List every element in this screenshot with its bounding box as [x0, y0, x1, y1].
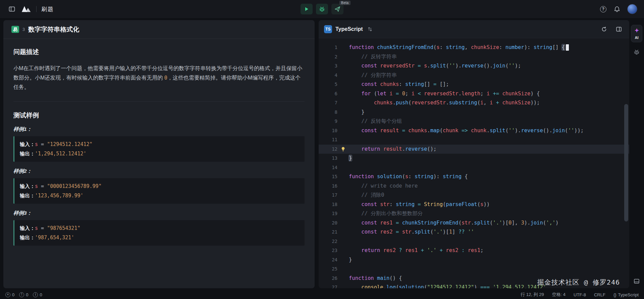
- run-button[interactable]: [301, 4, 313, 14]
- submit-button[interactable]: Beta: [331, 4, 343, 14]
- sample-row: 输出：'1,294,512.12412': [20, 149, 299, 158]
- code-line-11[interactable]: 11: [319, 135, 629, 145]
- lightbulb-icon[interactable]: [337, 145, 349, 154]
- gutter: [337, 218, 349, 228]
- gutter: [337, 283, 349, 288]
- code-line-1[interactable]: 1function chunkStringFromEnd(s: string, …: [319, 43, 629, 52]
- gutter: [337, 274, 349, 283]
- code-line-21[interactable]: 21 const res2 = str.split('.')[1] ?? '': [319, 228, 629, 237]
- error-icon: ×: [5, 292, 10, 297]
- code-line-16[interactable]: 16 // write code here: [319, 182, 629, 191]
- code-line-18[interactable]: 18 const str: string = String(parseFloat…: [319, 200, 629, 209]
- cursor-position[interactable]: 行 12, 列 29: [521, 292, 544, 298]
- line-number[interactable]: 5: [319, 80, 337, 89]
- section-heading-samples: 测试样例: [13, 111, 305, 120]
- line-ending-setting[interactable]: CRLF: [594, 292, 605, 297]
- sample-block-3: 输入：s = "987654321"输出：'987,654,321': [13, 220, 305, 246]
- sample-row: 输入：s = "987654321": [20, 223, 299, 233]
- gutter: [337, 237, 349, 246]
- problem-panel: 易 3 数字字符串格式化 问题描述 小M在工作时遇到了一个问题，他需要将用户输入…: [3, 20, 315, 288]
- line-number[interactable]: 17: [319, 191, 337, 200]
- gutter: [337, 108, 349, 117]
- code-line-25[interactable]: 25: [319, 264, 629, 274]
- sample-block-1: 输入：s = "1294512.12412"输出：'1,294,512.1241…: [13, 136, 305, 162]
- line-number[interactable]: 26: [319, 274, 337, 283]
- warning-counter[interactable]: ! 0: [19, 292, 28, 297]
- line-number[interactable]: 20: [319, 218, 337, 228]
- line-number[interactable]: 8: [319, 108, 337, 117]
- debug-rail-icon[interactable]: [632, 47, 642, 57]
- line-number[interactable]: 13: [319, 154, 337, 163]
- gutter: [337, 61, 349, 71]
- layout-split-icon[interactable]: [614, 24, 624, 34]
- line-number[interactable]: 27: [319, 283, 337, 288]
- line-number[interactable]: 16: [319, 182, 337, 191]
- code-line-9[interactable]: 9 // 反转每个分组: [319, 117, 629, 126]
- inline-code: 0: [164, 75, 167, 81]
- gutter: [337, 43, 349, 52]
- switch-language-icon[interactable]: [366, 26, 374, 33]
- code-line-14[interactable]: 14: [319, 163, 629, 172]
- code-line-17[interactable]: 17 // 消除0: [319, 191, 629, 200]
- line-number[interactable]: 24: [319, 255, 337, 265]
- line-number[interactable]: 10: [319, 126, 337, 136]
- code-line-23[interactable]: 23 return res2 ? res1 + '.' + res2 : res…: [319, 246, 629, 255]
- app-logo[interactable]: [21, 4, 32, 14]
- editor-scrollbar[interactable]: [624, 60, 628, 286]
- reset-code-icon[interactable]: [599, 24, 609, 34]
- line-number[interactable]: 1: [319, 43, 337, 52]
- indentation-setting[interactable]: 空格: 4: [552, 292, 566, 298]
- sample-row-label: 输入：: [20, 225, 35, 231]
- code-line-7[interactable]: 7 chunks.push(reversedStr.substring(i, i…: [319, 98, 629, 108]
- code-line-19[interactable]: 19 // 分割出小数和整数部分: [319, 209, 629, 218]
- ai-assistant-button[interactable]: AI: [631, 25, 642, 42]
- sidebar-toggle-icon[interactable]: [7, 4, 17, 14]
- code-line-13[interactable]: 13}: [319, 154, 629, 163]
- code-line-2[interactable]: 2 // 反转字符串: [319, 52, 629, 62]
- line-number[interactable]: 21: [319, 228, 337, 237]
- help-icon[interactable]: ?: [600, 6, 606, 12]
- info-counter[interactable]: i 0: [33, 292, 42, 297]
- code-line-4[interactable]: 4 // 分割字符串: [319, 71, 629, 80]
- code-text: function main() {: [349, 274, 402, 283]
- code-line-22[interactable]: 22: [319, 237, 629, 246]
- debug-test-button[interactable]: [316, 4, 328, 14]
- notifications-icon[interactable]: [612, 4, 622, 14]
- line-number[interactable]: 7: [319, 98, 337, 108]
- line-number[interactable]: 3: [319, 61, 337, 71]
- code-line-5[interactable]: 5 const chunks: string[] = [];: [319, 80, 629, 89]
- info-icon: i: [33, 292, 38, 297]
- user-avatar[interactable]: [627, 4, 637, 14]
- line-number[interactable]: 25: [319, 264, 337, 274]
- line-number[interactable]: 18: [319, 200, 337, 209]
- line-number[interactable]: 12: [319, 145, 337, 154]
- code-line-24[interactable]: 24}: [319, 255, 629, 265]
- line-number[interactable]: 19: [319, 209, 337, 218]
- line-number[interactable]: 2: [319, 52, 337, 62]
- line-number[interactable]: 9: [319, 117, 337, 126]
- code-line-3[interactable]: 3 const reversedStr = s.split('').revers…: [319, 61, 629, 71]
- code-line-10[interactable]: 10 const result = chunks.map(chunk => ch…: [319, 126, 629, 136]
- encoding-setting[interactable]: UTF-8: [574, 292, 586, 297]
- line-number[interactable]: 14: [319, 163, 337, 172]
- code-editor[interactable]: 1function chunkStringFromEnd(s: string, …: [319, 38, 629, 288]
- line-number[interactable]: 11: [319, 135, 337, 145]
- gutter: [337, 255, 349, 265]
- scrollbar-thumb[interactable]: [624, 104, 628, 221]
- code-line-15[interactable]: 15function solution(s: string): string {: [319, 172, 629, 182]
- line-number[interactable]: 22: [319, 237, 337, 246]
- line-number[interactable]: 4: [319, 71, 337, 80]
- panel-toggle-icon[interactable]: [632, 276, 642, 286]
- sample-code: s = "987654321": [35, 225, 80, 231]
- error-counter[interactable]: × 0: [5, 292, 14, 297]
- line-number[interactable]: 23: [319, 246, 337, 255]
- code-line-8[interactable]: 8 }: [319, 108, 629, 117]
- code-line-12[interactable]: 12 return result.reverse();: [319, 145, 629, 154]
- sample-label-3: 样例3：: [13, 210, 305, 217]
- line-number[interactable]: 6: [319, 89, 337, 99]
- code-text: // 消除0: [349, 191, 384, 200]
- language-mode[interactable]: {} TypeScript: [613, 292, 639, 297]
- code-line-6[interactable]: 6 for (let i = 0; i < reversedStr.length…: [319, 89, 629, 99]
- line-number[interactable]: 15: [319, 172, 337, 182]
- code-line-20[interactable]: 20 const res1 = chunkStringFromEnd(str.s…: [319, 218, 629, 228]
